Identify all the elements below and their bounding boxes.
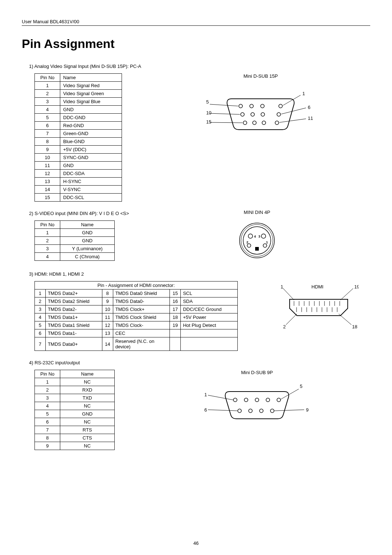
svg-line-57	[340, 288, 353, 300]
table-row: 9NC	[35, 442, 115, 450]
svg-text:15: 15	[206, 119, 211, 125]
svg-point-4	[241, 113, 244, 116]
svg-line-73	[208, 395, 233, 400]
table-row: 2TMDS Data2 Shield9TMDS Data0-16SDA	[35, 297, 238, 305]
header-bar: User Manual BDL4631V/00	[22, 18, 370, 26]
svg-point-10	[262, 121, 266, 125]
svg-text:6: 6	[308, 105, 310, 110]
th-name: Name	[60, 221, 115, 229]
svg-text:3: 3	[258, 235, 260, 238]
table-rs232: Pin No Name 1NC2RXD3TXD4NC5GND6NC7RTS8CT…	[34, 370, 115, 450]
table-row: 3TXD	[35, 394, 115, 402]
svg-point-66	[255, 398, 259, 402]
diagram-label: MINI DIN 4P	[144, 210, 370, 215]
svg-line-15	[283, 95, 301, 105]
th-name: Name	[60, 370, 115, 378]
table-row: 7Green-GND	[35, 130, 122, 138]
table-row: 4NC	[35, 402, 115, 410]
diagram-minidin4: MINI DIN 4P 4 3 2 1	[144, 210, 370, 262]
svg-point-71	[260, 409, 263, 413]
table-dsub15: Pin No Name 1Video Signal Red2Video Sign…	[34, 73, 122, 202]
diagram-label: Mini D-SUB 15P	[151, 73, 370, 79]
diagram-dsub15: Mini D-SUB 15P 5 10 15 1 6	[151, 73, 370, 141]
svg-point-72	[270, 409, 274, 413]
svg-text:5: 5	[300, 384, 302, 389]
table-row: 14V-SYNC	[35, 186, 122, 194]
hdmi-caption: Pin - Assignment of HDMI connector:	[34, 281, 238, 289]
svg-point-25	[241, 224, 273, 256]
th-pin: Pin No	[35, 74, 60, 82]
hdmi-icon: HDMI 1 19 2 18	[279, 281, 359, 332]
table-row: 5DDC-GND	[35, 114, 122, 122]
svg-point-24	[240, 223, 274, 258]
table-row: 5TMDS Data1 Shield12TMDS Clock-19Hot Plu…	[35, 321, 238, 329]
svg-line-76	[274, 410, 304, 411]
table-row: 13H-SYNC	[35, 178, 122, 186]
table-row: 12DDC-SDA	[35, 170, 122, 178]
svg-text:6: 6	[204, 407, 207, 413]
table-row: 6NC	[35, 418, 115, 426]
svg-text:2: 2	[246, 240, 248, 244]
diagram-hdmi: HDMI 1 19 2 18	[267, 281, 370, 332]
svg-text:HDMI: HDMI	[311, 284, 323, 289]
table-row: 1TMDS Data2+8TMDS Data0 Shield15SCL	[35, 289, 238, 297]
table-row: 3Video Signal Blue	[35, 98, 122, 106]
table-row: 1Video Signal Red	[35, 82, 122, 90]
svg-point-68	[277, 398, 281, 402]
svg-line-75	[281, 389, 299, 399]
svg-point-9	[253, 121, 256, 125]
header-text: User Manual BDL4631V/00	[22, 19, 79, 24]
svg-text:11: 11	[308, 116, 313, 121]
svg-line-58	[286, 314, 297, 325]
svg-text:1: 1	[302, 91, 305, 96]
svg-point-7	[277, 113, 281, 116]
svg-line-14	[210, 122, 242, 123]
section4-label: 4) RS-232C input/output	[29, 360, 370, 365]
table-row: 8Blue-GND	[35, 138, 122, 146]
table-row: 11GND	[35, 162, 122, 170]
page-title: Pin Assignment	[22, 37, 370, 51]
svg-text:10: 10	[206, 110, 211, 116]
table-row: 8CTS	[35, 434, 115, 442]
svg-point-2	[261, 104, 264, 108]
table-row: 10SYNC-GND	[35, 154, 122, 162]
svg-point-69	[238, 409, 241, 413]
svg-text:18: 18	[352, 324, 357, 329]
svg-point-8	[243, 121, 247, 125]
section1-label: 1) Analog Video Signal Input (Mini D-SUB…	[29, 64, 370, 69]
svg-point-29	[247, 244, 251, 247]
svg-line-12	[210, 104, 238, 106]
table-svideo: Pin No Name 1GND2GND3Y (Luminance)4C (Ch…	[34, 220, 115, 261]
svg-text:5: 5	[206, 99, 209, 105]
svg-point-70	[249, 409, 252, 413]
table-row: 7TMDS Data0+14Reserved (N.C. on device)	[35, 337, 238, 351]
table-row: 2GND	[35, 237, 115, 245]
table-row: 4TMDS Data1+11TMDS Clock Shield18+5V Pow…	[35, 313, 238, 321]
svg-line-17	[279, 119, 306, 122]
svg-point-0	[239, 104, 242, 108]
th-name: Name	[60, 74, 122, 82]
th-pin: Pin No	[35, 370, 60, 378]
dsub9-icon: 1 6 5 9	[199, 379, 315, 430]
svg-line-74	[208, 410, 237, 411]
diagram-label: Mini D-SUB 9P	[144, 370, 370, 375]
table-row: 2Video Signal Green	[35, 90, 122, 98]
svg-point-28	[261, 234, 266, 238]
th-pin: Pin No	[35, 221, 60, 229]
table-row: 3TMDS Data2-10TMDS Clock+17DDC/CEC Groun…	[35, 305, 238, 313]
svg-rect-31	[255, 247, 259, 251]
svg-point-65	[244, 398, 248, 402]
table-row: 6TMDS Data1-13CEC	[35, 329, 238, 337]
table-row: 4GND	[35, 106, 122, 114]
svg-point-30	[263, 244, 267, 247]
diagram-dsub9: Mini D-SUB 9P 1 6 5 9	[144, 370, 370, 430]
svg-point-64	[233, 398, 237, 402]
svg-text:4: 4	[254, 235, 256, 238]
svg-text:19: 19	[354, 284, 359, 289]
svg-text:1: 1	[281, 284, 283, 289]
table-row: 1NC	[35, 378, 115, 386]
svg-text:1: 1	[266, 240, 268, 244]
table-row: 3Y (Luminance)	[35, 245, 115, 253]
table-row: 5GND	[35, 410, 115, 418]
minidin4-icon: 4 3 2 1	[235, 219, 279, 262]
